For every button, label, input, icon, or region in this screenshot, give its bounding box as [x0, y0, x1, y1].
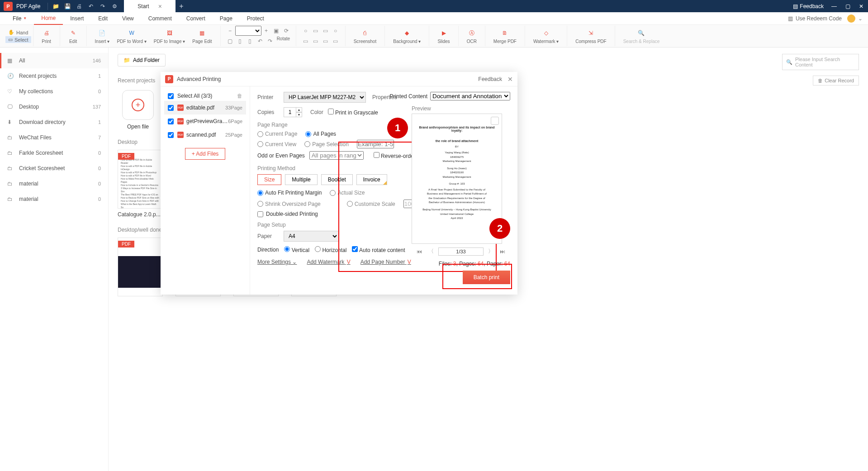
- page-selection-input[interactable]: [357, 140, 394, 148]
- copies-up-button[interactable]: ▲: [296, 107, 302, 112]
- ribbon-print[interactable]: 🖨Print: [38, 27, 55, 45]
- rotate-left-icon[interactable]: ↶: [255, 36, 265, 46]
- redeem-code-link[interactable]: ▥ Use Redeem Code: [788, 15, 842, 22]
- menu-view[interactable]: View: [115, 13, 141, 24]
- file-row[interactable]: PDFgetPreviewGradeStrea...6Page: [164, 114, 246, 128]
- feedback-link[interactable]: ▤ Feedback: [793, 3, 824, 10]
- tab-close-icon[interactable]: ×: [158, 3, 162, 10]
- horizontal-radio[interactable]: [315, 246, 321, 252]
- chevron-down-icon[interactable]: ⌄: [858, 15, 863, 22]
- menu-insert[interactable]: Insert: [63, 13, 91, 24]
- menu-edit[interactable]: Edit: [91, 13, 115, 24]
- all-pages-radio[interactable]: [305, 131, 311, 137]
- file-row[interactable]: PDFeditable.pdf33Page: [164, 101, 246, 114]
- add-tab-button[interactable]: +: [175, 0, 187, 12]
- page-indicator[interactable]: 1/33: [438, 247, 484, 256]
- undo-icon[interactable]: ↶: [85, 0, 97, 12]
- zoom-select[interactable]: [235, 26, 261, 36]
- file-thumb[interactable]: PDFHow to edit a PDF file in Adobe Reade…: [118, 150, 163, 218]
- method-size-button[interactable]: Size: [257, 174, 281, 185]
- annot3-icon[interactable]: ▭: [321, 26, 331, 36]
- menu-protect[interactable]: Protect: [240, 13, 271, 24]
- rotate-right-icon[interactable]: ↷: [265, 36, 275, 46]
- ribbon-insert[interactable]: 📄Insert ▾: [91, 27, 114, 45]
- annot7-icon[interactable]: ▭: [321, 36, 331, 46]
- select-all-checkbox[interactable]: [168, 93, 174, 99]
- menu-comment[interactable]: Comment: [141, 13, 179, 24]
- zoom-in-icon[interactable]: +: [261, 26, 271, 36]
- annot6-icon[interactable]: ▭: [311, 36, 321, 46]
- menu-convert[interactable]: Convert: [179, 13, 213, 24]
- ribbon-merge[interactable]: 🗎Merge PDF: [490, 27, 520, 45]
- printed-content-select[interactable]: Document and Annotation: [430, 92, 510, 100]
- file-checkbox[interactable]: [168, 119, 174, 124]
- window-maximize-button[interactable]: ▢: [841, 0, 854, 12]
- vertical-radio[interactable]: [284, 246, 290, 252]
- add-files-button[interactable]: + Add Files: [185, 148, 226, 160]
- fit-width-icon[interactable]: ▣: [271, 26, 281, 36]
- sidebar-item-cricket[interactable]: 🗀Cricket Scoresheet0: [0, 161, 108, 176]
- method-multiple-button[interactable]: Multiple: [285, 174, 317, 185]
- file-row[interactable]: PDFscanned.pdf25Page: [164, 128, 246, 142]
- ribbon-slides[interactable]: ▶Slides: [434, 27, 453, 45]
- add-folder-button[interactable]: 📁 Add Folder: [118, 54, 166, 67]
- sidebar-item-material2[interactable]: 🗀material0: [0, 191, 108, 207]
- file-thumb[interactable]: PDF: [118, 238, 163, 296]
- file-checkbox[interactable]: [168, 132, 174, 138]
- annot1-icon[interactable]: ○: [301, 26, 311, 36]
- paper-select[interactable]: A4: [284, 231, 339, 242]
- ribbon-compress[interactable]: ⇲Compress PDF: [572, 27, 610, 45]
- method-booklet-button[interactable]: Booklet: [321, 174, 353, 185]
- rotate-tool[interactable]: ⟳: [281, 26, 291, 36]
- sidebar-item-wechat[interactable]: 🗀WeChat Files7: [0, 130, 108, 145]
- file-checkbox[interactable]: [168, 105, 174, 111]
- sidebar-item-material1[interactable]: 🗀material0: [0, 176, 108, 191]
- window-close-button[interactable]: ✕: [854, 0, 868, 12]
- actual-size-radio[interactable]: [330, 190, 336, 196]
- preview-expand-icon[interactable]: [491, 117, 499, 125]
- autofit-radio[interactable]: [257, 190, 263, 196]
- select-tool[interactable]: ▭ Select: [5, 36, 31, 43]
- method-invoice-button[interactable]: Invoice: [356, 174, 387, 185]
- layout2-icon[interactable]: ▯: [245, 36, 255, 46]
- ribbon-screenshot[interactable]: ⎙Screenshot: [350, 27, 380, 45]
- current-page-radio[interactable]: [257, 131, 263, 137]
- page-selection-radio[interactable]: [304, 141, 310, 147]
- sidebar-item-collections[interactable]: ♡My collections0: [0, 84, 108, 99]
- search-input[interactable]: 🔍 Please Input Search Content: [782, 54, 859, 70]
- dialog-feedback-link[interactable]: Feedback: [478, 76, 502, 82]
- tab-start[interactable]: Start ×: [124, 0, 175, 12]
- more-settings-link[interactable]: More Settings ⌄: [257, 259, 297, 265]
- clear-record-button[interactable]: 🗑 Clear Record: [813, 76, 859, 86]
- annot4-icon[interactable]: ○: [331, 26, 341, 36]
- delete-all-icon[interactable]: 🗑: [237, 93, 242, 99]
- auto-rotate-checkbox[interactable]: [352, 246, 358, 252]
- sidebar-item-recent[interactable]: 🕘Recent projects1: [0, 68, 108, 84]
- batch-print-button[interactable]: Batch print: [463, 271, 510, 284]
- window-minimize-button[interactable]: —: [827, 0, 841, 12]
- ribbon-watermark[interactable]: ◇Watermark ▾: [530, 27, 562, 45]
- annot8-icon[interactable]: ▭: [331, 36, 341, 46]
- next-page-button[interactable]: 〉: [486, 247, 495, 256]
- printer-select[interactable]: HP LaserJet MFP M227-M231 PCL-6: [284, 92, 366, 103]
- prev-page-button[interactable]: 〈: [427, 247, 436, 256]
- dialog-close-button[interactable]: ✕: [508, 76, 513, 83]
- fit-page-icon[interactable]: ▢: [225, 36, 235, 46]
- ribbon-search-replace[interactable]: 🔍Search & Replace: [620, 27, 664, 45]
- custom-scale-radio[interactable]: [347, 201, 353, 207]
- double-sided-checkbox[interactable]: [257, 211, 263, 217]
- annot2-icon[interactable]: ▭: [311, 26, 321, 36]
- layout1-icon[interactable]: ▯: [235, 36, 245, 46]
- save-icon[interactable]: 💾: [62, 0, 73, 12]
- sidebar-item-all[interactable]: ▦All146: [0, 53, 108, 68]
- annot5-icon[interactable]: ▭: [301, 36, 311, 46]
- grayscale-checkbox[interactable]: [328, 109, 334, 114]
- add-watermark-link[interactable]: Add Watermark V: [307, 259, 350, 265]
- first-page-button[interactable]: ⏮: [415, 247, 424, 256]
- menu-page[interactable]: Page: [213, 13, 240, 24]
- ribbon-edit[interactable]: ✎Edit: [65, 27, 82, 45]
- menu-file[interactable]: File ▼: [5, 13, 34, 24]
- zoom-out-icon[interactable]: −: [225, 26, 235, 36]
- open-icon[interactable]: 📁: [50, 0, 62, 12]
- print-icon[interactable]: 🖨: [73, 0, 85, 12]
